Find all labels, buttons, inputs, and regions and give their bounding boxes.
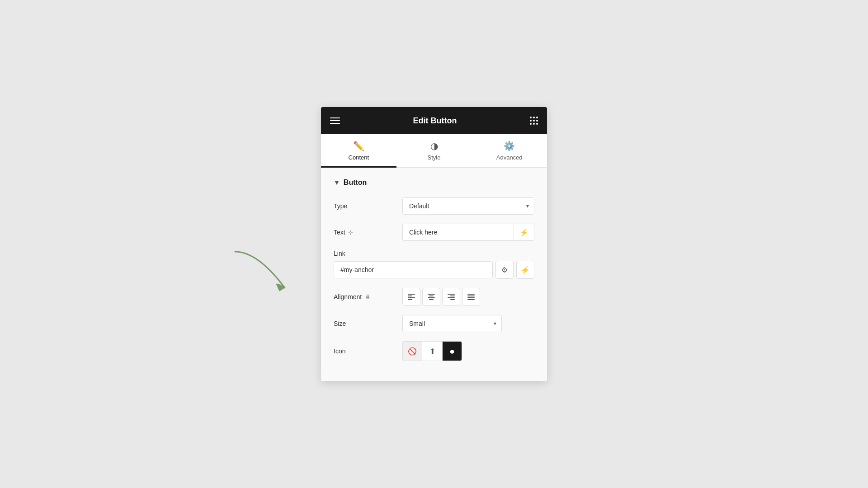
svg-rect-6	[428, 297, 435, 298]
svg-rect-5	[429, 296, 434, 296]
type-label: Type	[334, 202, 397, 210]
half-circle-icon: ◑	[430, 141, 438, 151]
text-field-row: Text ⊹ ⚡	[334, 224, 534, 241]
link-gear-button[interactable]: ⚙	[495, 261, 514, 279]
content-area: ▼ Button Type Default ▾ Text ⊹	[321, 168, 547, 381]
circle-icon: ●	[449, 346, 455, 357]
edit-button-panel: Edit Button ✏️ Content ◑ Style ⚙️ Advanc…	[321, 107, 547, 381]
svg-rect-13	[467, 296, 475, 296]
hamburger-line	[330, 120, 340, 121]
hamburger-line	[330, 123, 340, 124]
tab-style-label: Style	[428, 154, 441, 161]
upload-icon: ⬆	[429, 347, 435, 356]
align-right-icon	[448, 294, 455, 300]
tab-content[interactable]: ✏️ Content	[321, 134, 396, 167]
svg-rect-7	[429, 299, 434, 300]
tab-style[interactable]: ◑ Style	[396, 134, 472, 167]
size-field-row: Size Small ▾	[334, 315, 534, 332]
svg-rect-0	[408, 294, 415, 295]
text-label: Text ⊹	[334, 229, 397, 236]
svg-rect-4	[428, 294, 435, 295]
grid-button[interactable]	[530, 117, 538, 125]
svg-rect-14	[467, 297, 475, 298]
arrow-annotation	[231, 247, 330, 306]
svg-rect-3	[408, 299, 412, 300]
text-input-group: ⚡	[402, 224, 534, 241]
size-label: Size	[334, 320, 397, 327]
icon-filled-button[interactable]: ●	[442, 341, 462, 361]
svg-rect-2	[408, 297, 415, 298]
panel-title: Edit Button	[413, 116, 457, 126]
size-select[interactable]: Small	[402, 315, 502, 332]
text-input[interactable]	[402, 224, 514, 241]
tabs-bar: ✏️ Content ◑ Style ⚙️ Advanced	[321, 134, 547, 168]
link-row: ⚙ ⚡	[334, 261, 534, 279]
icon-upload-button[interactable]: ⬆	[422, 341, 442, 361]
svg-rect-1	[408, 296, 412, 296]
gear-icon: ⚙	[501, 266, 508, 274]
size-select-wrapper: Small ▾	[402, 315, 502, 332]
text-db-button[interactable]: ⚡	[514, 224, 534, 241]
menu-button[interactable]	[330, 117, 340, 124]
type-control: Default ▾	[402, 197, 534, 215]
svg-rect-8	[448, 294, 455, 295]
type-select[interactable]: Default	[402, 197, 534, 215]
type-select-wrapper: Default ▾	[402, 197, 534, 215]
svg-rect-11	[450, 299, 455, 300]
alignment-group	[402, 288, 534, 306]
align-justify-button[interactable]	[462, 288, 480, 306]
tab-advanced-label: Advanced	[496, 154, 523, 161]
icon-control: 🚫 ⬆ ●	[402, 341, 534, 361]
svg-rect-15	[467, 299, 475, 300]
section-heading: ▼ Button	[334, 178, 534, 187]
link-input[interactable]	[334, 261, 493, 278]
icon-field-row: Icon 🚫 ⬆ ●	[334, 341, 534, 361]
alignment-field-row: Alignment 🖥	[334, 288, 534, 306]
link-section: Link ⚙ ⚡	[334, 250, 534, 279]
icon-option-group: 🚫 ⬆ ●	[402, 341, 534, 361]
panel-header: Edit Button	[321, 107, 547, 134]
move-icon: ⊹	[348, 229, 353, 236]
size-control: Small ▾	[402, 315, 534, 332]
alignment-control	[402, 288, 534, 306]
tab-advanced[interactable]: ⚙️ Advanced	[472, 134, 547, 167]
align-center-icon	[428, 294, 435, 300]
icon-none-button[interactable]: 🚫	[402, 341, 422, 361]
align-justify-icon	[467, 294, 475, 300]
text-control: ⚡	[402, 224, 534, 241]
pencil-icon: ✏️	[353, 141, 364, 151]
hamburger-line	[330, 117, 340, 118]
link-label: Link	[334, 250, 534, 257]
icon-label: Icon	[334, 347, 397, 355]
collapse-arrow-icon[interactable]: ▼	[334, 179, 340, 186]
no-icon-symbol: 🚫	[408, 347, 417, 356]
database-icon: ⚡	[521, 266, 530, 274]
tab-content-label: Content	[349, 154, 369, 161]
link-db-button[interactable]: ⚡	[516, 261, 534, 279]
database-icon: ⚡	[519, 228, 528, 237]
svg-rect-10	[448, 297, 455, 298]
align-center-button[interactable]	[422, 288, 440, 306]
align-right-button[interactable]	[442, 288, 460, 306]
align-left-button[interactable]	[402, 288, 420, 306]
gear-icon: ⚙️	[504, 141, 515, 151]
monitor-icon: 🖥	[364, 293, 371, 300]
alignment-label: Alignment 🖥	[334, 293, 397, 300]
svg-rect-12	[467, 294, 475, 295]
type-field-row: Type Default ▾	[334, 197, 534, 215]
svg-rect-9	[450, 296, 455, 296]
section-title: Button	[344, 178, 367, 187]
align-left-icon	[408, 294, 415, 300]
